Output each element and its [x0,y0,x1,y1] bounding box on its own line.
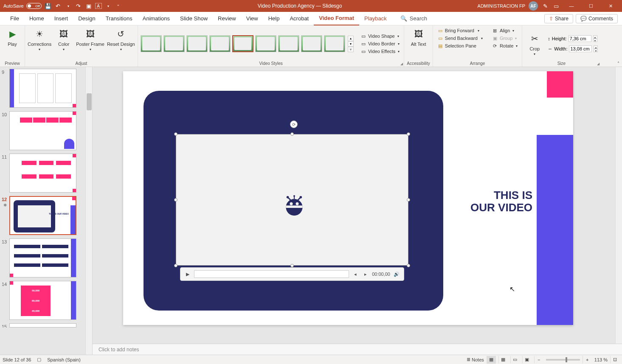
selection-pane-button[interactable]: ▤Selection Pane [436,42,484,49]
send-backward-button[interactable]: ▭Send Backward▾ [436,35,484,42]
resize-handle[interactable] [174,264,177,267]
player-step-fwd-icon[interactable]: ▸ [362,270,369,278]
width-up-icon[interactable]: ▴ [594,45,598,49]
redo-icon[interactable]: ↷ [75,2,82,10]
close-button[interactable]: ✕ [602,0,619,12]
tab-video-format[interactable]: Video Format [314,12,359,25]
workspace-scrollbar[interactable] [615,67,622,344]
style-item[interactable] [255,35,276,52]
resize-handle[interactable] [407,264,410,267]
save-icon[interactable]: 💾 [44,2,52,10]
height-down-icon[interactable]: ▾ [593,39,597,42]
player-step-back-icon[interactable]: ◂ [352,270,359,278]
resize-handle[interactable] [407,198,410,202]
color-button[interactable]: 🖼 Color ▾ [54,27,73,51]
style-item[interactable] [209,35,231,52]
tab-review[interactable]: Review [213,12,241,25]
zoom-in-icon[interactable]: + [583,356,592,364]
tab-acrobat[interactable]: Acrobat [284,12,314,25]
view-normal-icon[interactable]: ▦ [487,356,496,364]
resize-handle[interactable] [174,132,177,136]
video-shape-button[interactable]: ▭Video Shape▾ [359,33,401,39]
autosave-toggle[interactable]: Off [26,3,42,9]
view-sorter-icon[interactable]: ▦ [498,356,508,364]
video-border-button[interactable]: ▭Video Border▾ [359,40,401,47]
fit-to-window-icon[interactable]: ⊡ [610,356,619,364]
player-volume-icon[interactable]: 🔊 [393,270,400,278]
qat-dropdown-icon[interactable]: ▾ [104,2,112,10]
tab-help[interactable]: Help [263,12,285,25]
undo-dropdown-icon[interactable]: ▾ [65,2,72,10]
play-button[interactable]: ▶ Play [3,27,22,47]
style-item[interactable] [278,35,299,52]
dialog-launcher-icon[interactable]: ◢ [597,62,599,66]
dialog-launcher-icon[interactable]: ◢ [400,62,403,66]
thumbnail-10[interactable]: 10 [0,109,92,152]
video-effects-button[interactable]: ▭Video Effects▾ [359,48,401,55]
tab-design[interactable]: Design [73,12,100,25]
crop-button[interactable]: ✂ Crop ▾ [525,32,544,56]
share-button[interactable]: ⇧ Share [544,14,573,23]
style-item[interactable] [163,35,185,52]
thumbnail-13[interactable]: 13 [0,237,92,279]
reset-design-button[interactable]: ↺ Reset Design ▾ [107,27,135,51]
zoom-out-icon[interactable]: − [534,356,543,364]
tab-slideshow[interactable]: Slide Show [175,12,213,25]
video-style-gallery[interactable] [141,35,345,52]
group-button[interactable]: ▣Group▾ [490,35,519,42]
style-item[interactable] [324,35,345,52]
align-button[interactable]: ⊞Align▾ [490,27,519,34]
thumbnail-scrollbar[interactable] [85,67,92,355]
style-item[interactable] [186,35,208,52]
width-down-icon[interactable]: ▾ [594,49,598,52]
resize-handle[interactable] [407,132,410,136]
player-seek-track[interactable] [194,270,349,278]
notes-pane[interactable]: Click to add notes [93,344,622,355]
height-up-icon[interactable]: ▴ [593,35,597,39]
slide-thumbnail-panel[interactable]: 9 10 11 [0,67,93,355]
gallery-up-icon[interactable]: ▴ [348,36,354,41]
tab-home[interactable]: Home [24,12,49,25]
tab-animations[interactable]: Animations [138,12,175,25]
qat-customize-icon[interactable]: ⁼ [115,2,122,10]
style-item-selected[interactable] [232,35,253,52]
qat-font-icon[interactable]: A [95,3,102,9]
tab-playback[interactable]: Playback [359,12,392,25]
resize-handle[interactable] [290,264,294,267]
search-box[interactable]: 🔍 Search [400,15,427,22]
account-avatar[interactable]: AF [529,1,538,11]
resize-handle[interactable] [290,132,294,136]
resize-handle[interactable] [174,198,177,202]
account-name[interactable]: ADMINISTRACION FP [478,3,525,8]
minimize-button[interactable]: — [563,0,580,12]
notes-toggle[interactable]: ≣Notes [467,357,484,362]
style-item[interactable] [301,35,322,52]
view-slideshow-icon[interactable]: ▣ [522,356,532,364]
slide-canvas[interactable]: ⟳ [123,71,573,325]
rotate-handle-icon[interactable]: ⟳ [290,120,298,128]
alt-text-button[interactable]: 🖼 Alt Text [409,27,428,47]
tab-file[interactable]: File [5,12,24,25]
collapse-ribbon-icon[interactable]: ˄ [617,61,619,66]
zoom-level[interactable]: 113 % [594,357,608,362]
start-from-beginning-icon[interactable]: ▣ [85,2,93,10]
status-slide-position[interactable]: Slide 12 of 36 [3,357,31,362]
style-item[interactable] [141,35,162,52]
undo-icon[interactable]: ↶ [54,2,62,10]
gallery-more-icon[interactable]: ▿ [348,47,354,52]
corrections-button[interactable]: ☀ Corrections ▾ [28,27,51,51]
comments-button[interactable]: 💬 Comments [576,14,618,23]
width-input[interactable] [569,45,592,52]
player-play-icon[interactable]: ▶ [184,270,191,278]
thumbnail-15[interactable]: 15 [0,322,92,328]
poster-frame-button[interactable]: 🖼 Poster Frame ▾ [76,27,104,51]
tab-view[interactable]: View [241,12,263,25]
zoom-slider[interactable] [546,359,580,361]
bring-forward-button[interactable]: ▭Bring Forward▾ [436,27,484,34]
status-language[interactable]: Spanish (Spain) [47,357,80,362]
height-input[interactable] [569,35,591,42]
accessibility-check-icon[interactable]: ▢ [37,357,41,362]
maximize-button[interactable]: ☐ [583,0,599,12]
slide-title-text[interactable]: THIS IS OUR VIDEO [470,189,532,213]
pen-icon[interactable]: ✎ [541,2,549,10]
